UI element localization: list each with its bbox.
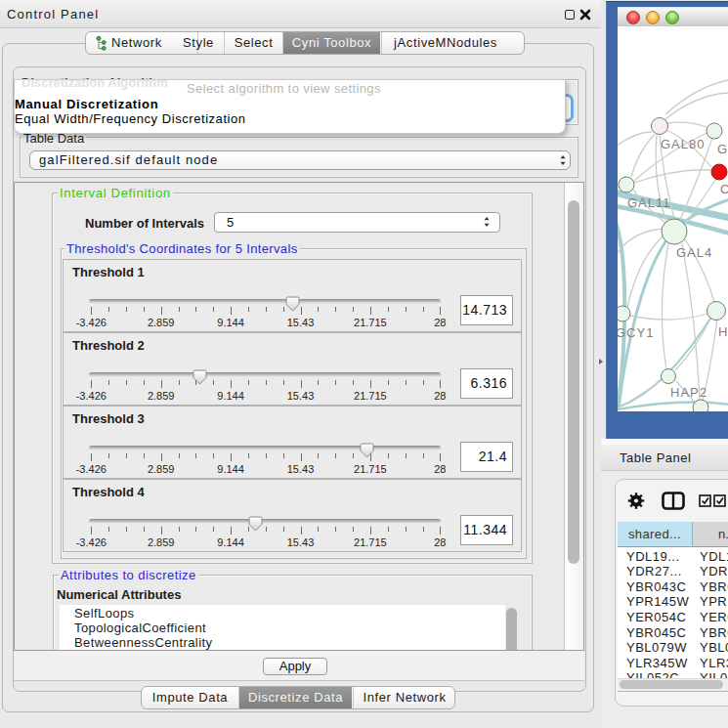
svg-text:H: H xyxy=(718,324,728,339)
svg-text:GAL80: GAL80 xyxy=(661,137,705,151)
svg-text:G.: G. xyxy=(717,142,728,156)
svg-text:GAL4: GAL4 xyxy=(676,245,712,260)
svg-text:GAL11: GAL11 xyxy=(627,195,671,210)
svg-text:C: C xyxy=(720,182,728,196)
svg-text:GCY1: GCY1 xyxy=(618,325,654,340)
svg-text:HAP2: HAP2 xyxy=(670,385,707,400)
